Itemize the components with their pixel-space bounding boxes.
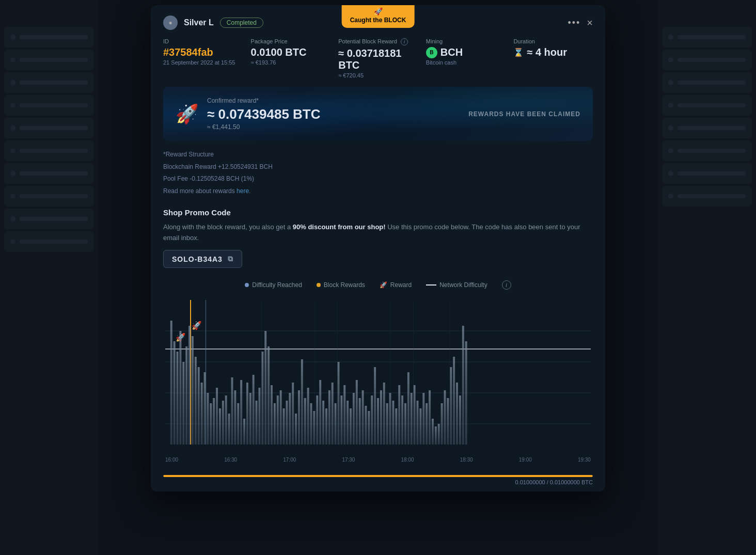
svg-rect-22 <box>216 388 218 445</box>
time-label-1: 16:30 <box>224 457 237 463</box>
rocket-marker-2: 🚀 <box>192 321 202 330</box>
svg-rect-94 <box>435 426 437 445</box>
svg-rect-15 <box>195 357 197 445</box>
svg-rect-45 <box>286 401 288 445</box>
svg-rect-23 <box>219 408 221 445</box>
svg-rect-61 <box>335 403 337 445</box>
svg-rect-82 <box>398 385 400 445</box>
svg-rect-48 <box>295 414 297 445</box>
mining-name: Bitcoin cash <box>426 59 506 66</box>
svg-rect-49 <box>298 390 300 445</box>
reward-amount: ≈ 0.07439485 BTC <box>207 106 321 122</box>
svg-rect-12 <box>185 346 187 445</box>
svg-rect-21 <box>213 398 215 445</box>
svg-rect-32 <box>246 383 248 445</box>
legend-difficulty-reached: Difficulty Reached <box>245 281 302 289</box>
svg-rect-90 <box>422 393 424 445</box>
svg-rect-44 <box>283 408 285 445</box>
read-more-link[interactable]: here <box>237 187 249 195</box>
svg-rect-67 <box>353 393 355 445</box>
id-label: ID <box>163 38 243 44</box>
svg-rect-80 <box>392 401 394 445</box>
reward-left: 🚀 Confirmed reward* ≈ 0.07439485 BTC ≈ €… <box>176 97 321 131</box>
svg-rect-46 <box>289 393 291 445</box>
promo-title: Shop Promo Code <box>163 208 593 217</box>
modal-backdrop[interactable]: 🚀 Caught the BLOCK ● Silver L Completed … <box>0 0 756 555</box>
svg-rect-73 <box>371 395 373 445</box>
pool-fee: Pool Fee -0.12505248 BCH (1%) <box>163 173 593 185</box>
package-price-label: Package Price <box>251 38 330 44</box>
svg-rect-86 <box>411 393 413 445</box>
svg-rect-69 <box>359 398 361 445</box>
info-icon[interactable]: i <box>401 38 408 45</box>
duration-value: ⌛ ≈ 4 hour <box>513 46 593 58</box>
difficulty-reached-label: Difficulty Reached <box>252 281 302 289</box>
package-price-eur: ≈ €193.76 <box>251 59 330 66</box>
svg-rect-16 <box>198 367 200 445</box>
promo-desc: Along with the block reward, you also ge… <box>163 222 593 244</box>
rocket-badge-icon: 🚀 <box>350 7 406 15</box>
id-value: #37584fab <box>163 46 243 58</box>
duration-label: Duration <box>513 38 593 44</box>
svg-rect-85 <box>407 372 410 445</box>
svg-rect-60 <box>332 383 334 445</box>
close-button[interactable]: × <box>587 18 593 28</box>
svg-rect-51 <box>304 398 306 445</box>
modal-container: 🚀 Caught the BLOCK ● Silver L Completed … <box>151 5 605 491</box>
svg-rect-70 <box>362 390 364 445</box>
time-label-5: 18:30 <box>460 457 473 463</box>
svg-rect-53 <box>310 403 312 445</box>
more-options-button[interactable]: ••• <box>568 18 580 28</box>
chart-svg: 🚀 🚀 <box>165 300 591 455</box>
chart-legend: Difficulty Reached Block Rewards 🚀 Rewar… <box>151 276 605 294</box>
svg-rect-76 <box>380 390 382 445</box>
reward-structure-title: *Reward Structure <box>163 149 593 161</box>
svg-rect-10 <box>179 331 181 445</box>
meta-package-price: Package Price 0.0100 BTC ≈ €193.76 <box>251 38 330 78</box>
svg-rect-54 <box>313 411 315 445</box>
svg-rect-89 <box>419 408 421 445</box>
time-label-3: 17:30 <box>342 457 355 463</box>
svg-rect-20 <box>210 403 212 445</box>
mining-coin: BCH <box>440 46 463 58</box>
mining-row: B BCH <box>426 46 506 58</box>
bch-icon: B <box>426 47 437 58</box>
rocket-large-icon: 🚀 <box>176 103 199 125</box>
svg-rect-13 <box>188 326 191 445</box>
svg-rect-25 <box>225 395 227 445</box>
id-date: 21 September 2022 at 15:55 <box>163 59 243 66</box>
block-rewards-label: Block Rewards <box>324 281 365 289</box>
svg-rect-47 <box>292 383 294 445</box>
promo-code-text: SOLO-B34A3 <box>172 255 223 263</box>
svg-rect-40 <box>271 385 273 445</box>
svg-rect-59 <box>328 390 330 445</box>
caught-badge: 🚀 Caught the BLOCK <box>342 5 415 28</box>
avatar: ● <box>163 15 178 30</box>
reward-label: Reward <box>390 281 412 289</box>
svg-rect-8 <box>174 341 176 445</box>
promo-section: Shop Promo Code Along with the block rew… <box>151 204 605 276</box>
svg-rect-74 <box>374 367 376 445</box>
svg-rect-78 <box>386 403 388 445</box>
svg-rect-31 <box>243 419 245 445</box>
time-label-0: 16:00 <box>165 457 178 463</box>
promo-code-box[interactable]: SOLO-B34A3 ⧉ <box>163 250 242 268</box>
svg-rect-104 <box>465 341 467 445</box>
legend-network-difficulty: Network Difficulty <box>426 281 487 289</box>
chart-info-icon[interactable]: i <box>502 280 511 290</box>
svg-rect-34 <box>253 375 255 445</box>
svg-rect-29 <box>237 403 239 445</box>
svg-rect-62 <box>338 362 340 445</box>
svg-rect-50 <box>301 359 303 445</box>
svg-rect-66 <box>350 408 352 445</box>
svg-rect-36 <box>258 388 260 445</box>
svg-rect-79 <box>389 393 391 445</box>
svg-rect-37 <box>261 352 263 445</box>
svg-rect-63 <box>340 395 342 445</box>
time-label-6: 19:00 <box>519 457 532 463</box>
svg-rect-68 <box>356 380 358 445</box>
svg-rect-71 <box>365 406 367 445</box>
svg-rect-81 <box>395 408 397 445</box>
svg-rect-39 <box>267 346 270 445</box>
meta-duration: Duration ⌛ ≈ 4 hour <box>513 38 593 78</box>
